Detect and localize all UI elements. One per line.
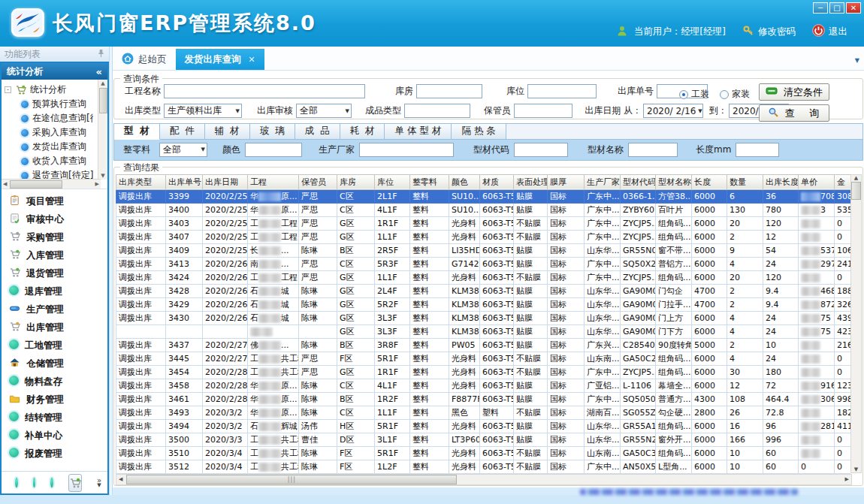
location-input[interactable] xyxy=(527,84,597,98)
tab-home[interactable]: 起始页 xyxy=(113,49,176,70)
radio-gongzhuang[interactable]: 工装 xyxy=(679,88,709,101)
column-header[interactable]: 单价 xyxy=(799,174,835,189)
table-row[interactable]: 调拨出库34292020/2/26石城陈琳G区5R2F整料KLM38176063… xyxy=(116,297,851,311)
table-row[interactable]: 调拨出库34582020/2/28华原...陈琳C区4L1F整料光身料6063-… xyxy=(116,379,851,392)
table-row[interactable]: 调拨出库34932020/3/2华原...陈琳C区1L1F整料黑色塑料不贴膜国标… xyxy=(116,406,851,419)
clear-conditions-button[interactable]: 清空条件 xyxy=(759,83,829,101)
nav-mini-icon[interactable] xyxy=(50,478,53,487)
nav-cart-button[interactable] xyxy=(68,474,82,492)
nav-mini-icon[interactable] xyxy=(15,478,18,487)
table-row[interactable]: 调拨出库34372020/2/27佛...陈琳B区3R8F整料PW056063-… xyxy=(116,338,851,352)
column-header[interactable]: 出库单号 xyxy=(166,174,203,189)
column-header[interactable]: 表面处理 xyxy=(514,174,548,189)
tree-expander-icon[interactable]: - xyxy=(5,86,11,93)
column-header[interactable]: 保管员 xyxy=(299,174,337,189)
sidebar-item-13[interactable]: 补单中心 xyxy=(2,427,107,445)
sidebar-item-1[interactable]: 审核中心 xyxy=(2,210,107,228)
table-row[interactable]: 调拨出库34092020/2/25长...陈琳B区2R5F整料LI35HD606… xyxy=(116,243,851,257)
column-header[interactable]: 颜色 xyxy=(449,174,480,189)
maximize-button[interactable]: □ xyxy=(829,2,844,14)
logout-button[interactable]: 退出 xyxy=(812,24,847,39)
column-header[interactable]: 型材名称 xyxy=(656,174,692,189)
product-type-input[interactable] xyxy=(404,104,470,118)
column-header[interactable]: 整零料 xyxy=(410,174,449,189)
sidebar-item-2[interactable]: 采购管理 xyxy=(2,228,107,246)
nav-mini-icon[interactable] xyxy=(33,478,36,487)
table-row[interactable]: 调拨出库34002020/2/25华原...严思C区4L1F整料SU10...6… xyxy=(116,203,851,216)
table-row[interactable]: 调拨出库34032020/2/25工工程严思G区1R1F整料光身料6063-T5… xyxy=(116,216,851,230)
scrollbar-thumb[interactable] xyxy=(99,88,107,113)
table-row[interactable]: 调拨出库34242020/2/26工工程严思G区1L1F整料光身料6063-T5… xyxy=(116,270,851,284)
tree-horizontal-scrollbar[interactable]: ◀ ▶ xyxy=(2,179,101,189)
column-header[interactable]: 库位 xyxy=(375,174,410,189)
material-tab[interactable]: 单 体 型 材 xyxy=(385,124,452,139)
date-from-picker[interactable]: 2020/ 2/16▼ xyxy=(643,104,703,118)
table-row[interactable]: 调拨出库34282020/2/26石城陈琳G区2L4F整料KLM38176063… xyxy=(116,284,851,297)
project-name-input[interactable] xyxy=(164,84,365,98)
table-row[interactable]: 调拨出库34942020/3/2石辉城汤伟H区5R1F整料光身料6063-T5贴… xyxy=(116,419,851,433)
whole-part-select[interactable]: 全部▼ xyxy=(159,143,207,157)
scroll-left-icon[interactable]: ◀ xyxy=(2,180,8,188)
table-row[interactable]: 调拨出库34302020/2/26石城陈琳G区3L3F整料KLM38176063… xyxy=(116,311,851,324)
sidebar-item-6[interactable]: 生产管理 xyxy=(2,300,107,318)
column-header[interactable]: 长度 xyxy=(692,174,727,189)
sidebar-item-8[interactable]: 工地管理 xyxy=(2,337,107,355)
column-header[interactable]: 金 xyxy=(835,174,851,189)
collapse-panel-button[interactable]: « xyxy=(96,66,102,77)
out-type-select[interactable]: 生产领料出库▼ xyxy=(164,104,242,118)
nav-overflow-button[interactable]: »▼ xyxy=(97,478,101,488)
table-row[interactable]: 调拨出库35122020/3/4工共工程陈琳F区1L2F整料光身料6063-T5… xyxy=(116,460,851,473)
sidebar-item-7[interactable]: 出库管理 xyxy=(2,318,107,337)
table-row[interactable]: 调拨出库34542020/2/28工共工程严思G区1R1F整料光身料6063-T… xyxy=(116,365,851,379)
column-header[interactable]: 型材代码 xyxy=(621,174,656,189)
scroll-up-icon[interactable]: ▲ xyxy=(852,175,860,181)
keeper-input[interactable] xyxy=(514,104,572,118)
material-tab[interactable]: 配 件 xyxy=(160,124,205,139)
grid-vertical-scrollbar[interactable]: ▲ ▼ xyxy=(850,174,862,473)
tree-vertical-scrollbar[interactable]: ▲ ▼ xyxy=(98,80,107,180)
tree-item[interactable]: 收货入库查询 xyxy=(5,154,93,168)
sidebar-item-12[interactable]: 结转管理 xyxy=(2,409,107,427)
material-tab[interactable]: 辅 材 xyxy=(205,124,250,139)
scroll-down-icon[interactable]: ▼ xyxy=(852,466,860,472)
tree-item[interactable]: 预算执行查询 xyxy=(5,97,93,111)
grid-horizontal-scrollbar[interactable]: ◀ ||| ▶ xyxy=(116,474,852,485)
material-tab[interactable]: 玻 璃 xyxy=(250,124,295,139)
tree-root[interactable]: - 统计分析 xyxy=(5,83,93,97)
table-row[interactable]: 调拨出库34072020/2/25工工程严思G区1L1F整料光身料6063-T5… xyxy=(116,230,851,243)
audit-select[interactable]: 全部▼ xyxy=(296,104,352,118)
change-password-button[interactable]: 修改密码 xyxy=(742,25,796,39)
scroll-left-icon[interactable]: ◀ xyxy=(116,476,125,482)
sidebar-item-5[interactable]: 退库管理 xyxy=(2,282,107,300)
search-button[interactable]: 查 询 xyxy=(759,104,829,122)
scrollbar-thumb[interactable] xyxy=(10,180,62,189)
pin-icon[interactable] xyxy=(98,49,104,60)
material-tab[interactable]: 耗 材 xyxy=(340,124,385,139)
sidebar-item-11[interactable]: 财务管理 xyxy=(2,391,107,409)
warehouse-input[interactable] xyxy=(416,84,482,98)
tree-item[interactable]: 在途信息查询[待 xyxy=(5,111,93,125)
column-header[interactable]: 工程 xyxy=(248,174,299,189)
tab-shipment-outbound-query[interactable]: 发货出库查询 ✕ xyxy=(176,49,264,70)
material-tab[interactable]: 隔 热 条 xyxy=(452,124,506,139)
table-row[interactable]: 调拨出库35102020/3/4工共工程陈琳F区5R1F整料光身料6063-T5… xyxy=(116,446,851,460)
table-row[interactable]: 调拨出库34452020/2/27工共工程严思F区5R1F整料光身料6063-T… xyxy=(116,352,851,365)
column-header[interactable]: 生产厂家 xyxy=(585,174,621,189)
close-tab-icon[interactable]: ✕ xyxy=(249,55,255,65)
color-input[interactable] xyxy=(245,143,302,157)
column-header[interactable]: 数量 xyxy=(727,174,763,189)
column-header[interactable]: 出库类型 xyxy=(116,174,166,189)
sidebar-item-0[interactable]: 项目管理 xyxy=(2,192,107,210)
column-header[interactable]: 库房 xyxy=(337,174,375,189)
scrollbar-thumb[interactable] xyxy=(851,182,861,200)
table-row[interactable]: 调拨出库33992020/2/25华原...严思C区2L1F整料SU10...6… xyxy=(116,189,851,203)
scrollbar-thumb[interactable]: ||| xyxy=(126,475,457,484)
table-row[interactable]: 调拨出库35002020/3/3工共工程曹佳D区3L1F整料LT3P606063… xyxy=(116,433,851,446)
tree-item[interactable]: 发货出库查询 xyxy=(5,140,93,154)
column-header[interactable]: 出库长度 xyxy=(763,174,799,189)
column-header[interactable]: 材质 xyxy=(480,174,514,189)
tree-item[interactable]: 采购入库查询 xyxy=(5,125,93,140)
scroll-up-icon[interactable]: ▲ xyxy=(99,80,106,87)
tab-list-dropdown-icon[interactable]: ▼ xyxy=(855,57,859,64)
material-tab[interactable]: 成 品 xyxy=(295,124,340,139)
